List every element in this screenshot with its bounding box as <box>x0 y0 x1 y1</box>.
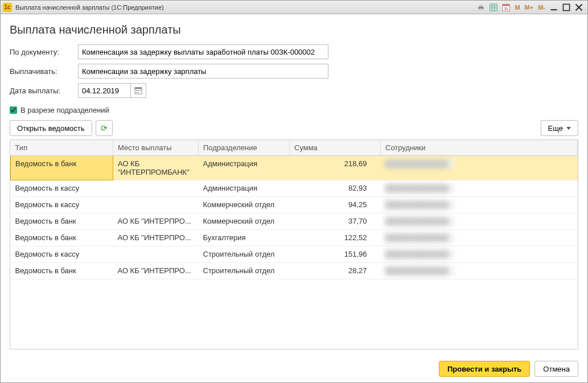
by-departments-checkbox[interactable] <box>10 106 17 114</box>
redacted-text: ████████████ <box>385 184 454 193</box>
cell-employees[interactable]: ████████████ <box>381 263 578 279</box>
cell-employees[interactable]: ████████████ <box>381 156 578 180</box>
cell-employees[interactable]: ████████████ <box>381 213 578 230</box>
cell-sum[interactable]: 94,25 <box>290 197 381 213</box>
cell-sum[interactable]: 122,52 <box>290 230 381 246</box>
svg-rect-16 <box>135 88 142 89</box>
cell-place[interactable] <box>113 197 199 213</box>
page-title: Выплата начисленной зарплаты <box>10 23 578 36</box>
cell-department[interactable]: Администрация <box>199 156 290 180</box>
m-minus-button[interactable]: M- <box>536 2 547 13</box>
window-title: Выплата начисленной зарплаты (1С:Предпри… <box>15 4 164 11</box>
m-button[interactable]: M <box>513 2 521 13</box>
cell-department[interactable]: Строительный отдел <box>199 246 290 263</box>
cell-sum[interactable]: 218,69 <box>290 156 381 180</box>
col-header-place[interactable]: Место выплаты <box>113 140 199 156</box>
open-statement-button[interactable]: Открыть ведомость <box>10 120 92 136</box>
minimize-button[interactable] <box>548 2 560 13</box>
col-header-sum[interactable]: Сумма <box>290 140 381 156</box>
cell-department[interactable]: Строительный отдел <box>199 263 290 279</box>
maximize-button[interactable] <box>561 2 572 13</box>
m-plus-button[interactable]: M+ <box>523 2 536 13</box>
cell-type[interactable]: Ведомость в банк <box>11 230 113 246</box>
submit-button[interactable]: Провести и закрыть <box>439 361 530 377</box>
table-row[interactable]: Ведомость в банкАО КБ "ИНТЕРПРОМБАНК"Адм… <box>11 156 578 180</box>
cell-type[interactable]: Ведомость в банк <box>11 263 113 279</box>
cell-place[interactable] <box>113 246 199 263</box>
svg-rect-1 <box>480 4 483 6</box>
refresh-icon: ⟳ <box>101 123 108 133</box>
cell-employees[interactable]: ████████████ <box>381 180 578 197</box>
date-picker-button[interactable] <box>130 83 146 98</box>
cell-place[interactable]: АО КБ "ИНТЕРПРО... <box>113 263 199 279</box>
svg-rect-20 <box>136 92 137 93</box>
cell-place[interactable] <box>113 180 199 197</box>
cell-employees[interactable]: ████████████ <box>381 197 578 213</box>
svg-rect-12 <box>563 4 569 10</box>
cancel-button[interactable]: Отмена <box>534 361 578 377</box>
svg-text:31: 31 <box>504 6 508 10</box>
document-input[interactable] <box>78 44 328 59</box>
pay-label: Выплачивать: <box>10 67 78 76</box>
cell-sum[interactable]: 82,93 <box>290 180 381 197</box>
cell-department[interactable]: Бухгалтерия <box>199 230 290 246</box>
date-label: Дата выплаты: <box>10 87 78 95</box>
svg-rect-21 <box>138 92 139 93</box>
print-icon[interactable] <box>475 2 487 13</box>
more-button[interactable]: Еще <box>541 120 578 136</box>
cell-sum[interactable]: 37,70 <box>290 213 381 230</box>
cell-department[interactable]: Администрация <box>199 180 290 197</box>
table-row[interactable]: Ведомость в банкАО КБ "ИНТЕРПРО...Строит… <box>11 263 578 279</box>
table-row[interactable]: Ведомость в банкАО КБ "ИНТЕРПРО...Коммер… <box>11 213 578 230</box>
cell-employees[interactable]: ████████████ <box>381 230 578 246</box>
cell-place[interactable]: АО КБ "ИНТЕРПРО... <box>113 230 199 246</box>
table-icon[interactable] <box>488 2 499 13</box>
cell-employees[interactable]: ████████████ <box>381 246 578 263</box>
table-row[interactable]: Ведомость в банкАО КБ "ИНТЕРПРО...Бухгал… <box>11 230 578 246</box>
cell-type[interactable]: Ведомость в кассу <box>11 197 113 213</box>
pay-input[interactable] <box>78 64 328 79</box>
app-icon: 1c <box>3 3 12 12</box>
redacted-text: ████████████ <box>385 250 454 259</box>
table: Тип Место выплаты Подразделение Сумма Со… <box>10 139 578 349</box>
table-row[interactable]: Ведомость в кассуКоммерческий отдел94,25… <box>11 197 578 213</box>
svg-rect-3 <box>490 3 497 10</box>
titlebar: 1c Выплата начисленной зарплаты (1С:Пред… <box>1 1 587 14</box>
svg-rect-2 <box>480 8 483 10</box>
col-header-employees[interactable]: Сотрудники <box>381 140 578 156</box>
refresh-button[interactable]: ⟳ <box>96 120 113 136</box>
svg-rect-17 <box>136 90 137 91</box>
calendar-icon[interactable]: 31 <box>500 2 512 13</box>
content-area: Выплата начисленной зарплаты По документ… <box>1 14 587 355</box>
redacted-text: ████████████ <box>385 159 454 168</box>
cell-department[interactable]: Коммерческий отдел <box>199 197 290 213</box>
svg-rect-19 <box>140 90 141 91</box>
footer: Провести и закрыть Отмена <box>1 355 587 382</box>
close-button[interactable] <box>573 2 585 13</box>
redacted-text: ████████████ <box>385 217 454 226</box>
redacted-text: ████████████ <box>385 200 454 209</box>
cell-type[interactable]: Ведомость в банк <box>11 156 113 180</box>
table-row[interactable]: Ведомость в кассуАдминистрация82,93█████… <box>11 180 578 197</box>
cell-sum[interactable]: 151,96 <box>290 246 381 263</box>
col-header-department[interactable]: Подразделение <box>199 140 290 156</box>
svg-rect-9 <box>503 4 509 6</box>
redacted-text: ████████████ <box>385 233 454 242</box>
cell-place[interactable]: АО КБ "ИНТЕРПРО... <box>113 213 199 230</box>
cell-department[interactable]: Коммерческий отдел <box>199 213 290 230</box>
cell-type[interactable]: Ведомость в кассу <box>11 246 113 263</box>
date-input[interactable] <box>78 83 130 98</box>
app-window: 1c Выплата начисленной зарплаты (1С:Пред… <box>0 0 588 383</box>
redacted-text: ████████████ <box>385 266 454 275</box>
col-header-type[interactable]: Тип <box>11 140 113 156</box>
cell-place[interactable]: АО КБ "ИНТЕРПРОМБАНК" <box>113 156 199 180</box>
cell-sum[interactable]: 28,27 <box>290 263 381 279</box>
document-label: По документу: <box>10 48 78 56</box>
cell-type[interactable]: Ведомость в банк <box>11 213 113 230</box>
cell-type[interactable]: Ведомость в кассу <box>11 180 113 197</box>
by-departments-label: В разрезе подразделений <box>20 106 109 114</box>
svg-rect-18 <box>138 90 139 91</box>
table-row[interactable]: Ведомость в кассуСтроительный отдел151,9… <box>11 246 578 263</box>
